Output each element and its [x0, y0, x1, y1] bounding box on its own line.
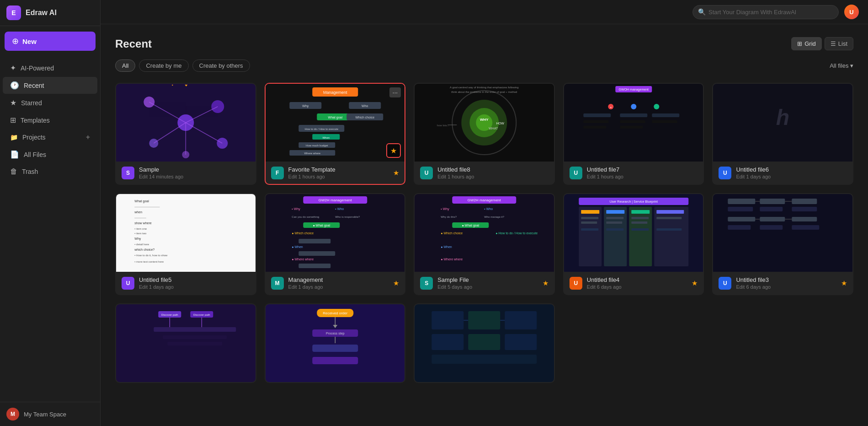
svg-rect-151	[431, 311, 463, 329]
svg-text:How to do / How to execute: How to do / How to execute	[304, 128, 338, 130]
search-icon: 🔍	[698, 8, 706, 16]
file-time: Edit 1 days ago	[288, 284, 389, 290]
svg-rect-148	[312, 345, 358, 352]
svg-rect-127	[792, 225, 820, 230]
file-card-info: UUntitled file5Edit 1 days ago	[116, 272, 256, 294]
sidebar-item-trash[interactable]: 🗑 Trash	[3, 163, 97, 180]
team-avatar: M	[6, 408, 19, 421]
svg-rect-49	[620, 113, 647, 117]
list-view-button[interactable]: ☰ List	[825, 37, 853, 50]
file-card[interactable]: Management Why Who What goal Which choic…	[265, 83, 406, 185]
svg-text:● How to do / How to execute: ● How to do / How to execute	[495, 232, 538, 235]
file-star-button[interactable]: ★	[386, 143, 401, 158]
svg-text:How much budget: How much budget	[306, 144, 328, 147]
file-avatar: U	[719, 277, 731, 290]
files-grid: ···SSampleEdit 14 minutes ago Management…	[115, 83, 853, 383]
svg-rect-104	[656, 210, 684, 214]
file-card[interactable]: ···UUntitled file3Edit 6 days ago★	[712, 193, 853, 295]
filter-create-by-others[interactable]: Create by others	[192, 59, 250, 72]
sidebar: E Edraw AI ⊕ New ✦ AI-Powered 🕐 Recent ★…	[0, 0, 101, 426]
svg-text:think about the problems in th: think about the problems in the order of…	[451, 91, 517, 93]
team-name: My Team Space	[24, 411, 66, 418]
svg-text:Discover path: Discover path	[193, 313, 210, 316]
svg-rect-120	[792, 199, 817, 204]
file-card[interactable]: h ···UUntitled file6Edit 1 days ago	[712, 83, 853, 185]
file-star-indicator: ★	[543, 279, 548, 287]
svg-text:● Which choice: ● Which choice	[292, 232, 314, 235]
file-card[interactable]: GW2H management • Why • Who Why do this?…	[414, 193, 555, 295]
svg-text:Can you do something: Can you do something	[292, 216, 319, 218]
sidebar-item-recent[interactable]: 🕐 Recent	[3, 77, 97, 94]
new-button[interactable]: ⊕ New	[5, 32, 96, 51]
svg-line-8	[154, 123, 186, 143]
file-card[interactable]: ···	[414, 303, 555, 383]
svg-rect-139	[163, 335, 227, 339]
sidebar-item-templates[interactable]: ⊞ Templates	[3, 112, 97, 129]
filter-bar: All Create by me Create by others All fi…	[115, 59, 853, 72]
svg-rect-126	[760, 225, 783, 230]
templates-icon: ⊞	[10, 116, 16, 124]
file-card-info: SSample FileEdit 5 days ago★	[415, 272, 554, 294]
file-card[interactable]: User Research | Service Blueprint ···UUn…	[563, 193, 704, 295]
sidebar-item-ai-powered[interactable]: ✦ AI-Powered	[3, 59, 97, 76]
ai-icon: ✦	[10, 64, 16, 72]
user-avatar[interactable]: U	[844, 5, 859, 19]
svg-rect-112	[581, 228, 598, 231]
file-avatar: U	[420, 167, 433, 179]
svg-text:Received order: Received order	[323, 311, 348, 315]
svg-rect-50	[652, 113, 679, 117]
sidebar-item-label: Starred	[21, 99, 42, 107]
search-input[interactable]	[692, 5, 839, 19]
file-name: Untitled file3	[736, 276, 836, 283]
file-card-info: SSampleEdit 14 minutes ago	[116, 162, 256, 184]
svg-rect-119	[760, 207, 783, 211]
filter-all[interactable]: All	[115, 59, 135, 72]
svg-rect-121	[792, 207, 817, 211]
svg-text:Who: Who	[362, 104, 368, 108]
file-thumbnail: WHY HOW WHAT A goal-centred way of think…	[415, 84, 554, 162]
grid-view-button[interactable]: ⊞ Grid	[791, 37, 822, 50]
svg-line-9	[186, 123, 222, 143]
svg-text:• Why: • Why	[292, 207, 300, 211]
file-name: Untitled file7	[587, 166, 698, 173]
file-card[interactable]: ···SSampleEdit 14 minutes ago	[115, 83, 256, 185]
sidebar-footer[interactable]: M My Team Space	[0, 402, 100, 426]
file-card[interactable]: What goal ───────────── when ────── show…	[115, 193, 256, 295]
file-name: Sample File	[437, 276, 538, 283]
svg-rect-109	[581, 221, 597, 224]
svg-rect-48	[583, 113, 611, 117]
svg-rect-110	[606, 221, 622, 224]
sidebar-item-starred[interactable]: ★ Starred	[3, 94, 97, 111]
sidebar-item-all-files[interactable]: 📄 All Files	[3, 146, 97, 163]
svg-point-46	[654, 104, 659, 109]
file-avatar: U	[570, 277, 582, 290]
file-card[interactable]: GWOH management ● ···UUntitled file7Edit…	[563, 83, 704, 185]
topbar: 🔍 U	[101, 0, 868, 24]
svg-rect-108	[656, 217, 682, 219]
file-avatar: U	[719, 167, 731, 179]
svg-text:• Why: • Why	[441, 207, 449, 211]
file-time: Edit 1 days ago	[736, 174, 847, 179]
svg-rect-51	[583, 120, 608, 123]
file-avatar: M	[271, 277, 284, 290]
svg-text:which choice?: which choice?	[134, 248, 154, 251]
file-card[interactable]: Received order Process step ···	[265, 303, 406, 383]
file-card[interactable]: Discover path Discover path ···	[115, 303, 256, 383]
svg-text:• Who: • Who	[484, 207, 493, 210]
svg-text:WHY: WHY	[480, 118, 489, 122]
file-card[interactable]: WHY HOW WHAT A goal-centred way of think…	[414, 83, 555, 185]
file-card-info: UUntitled file3Edit 6 days ago★	[713, 272, 852, 294]
svg-rect-102	[606, 210, 624, 214]
grid-icon: ⊞	[797, 40, 802, 47]
svg-rect-99	[629, 207, 652, 266]
filter-create-by-me[interactable]: Create by me	[139, 59, 188, 72]
add-project-icon[interactable]: +	[86, 133, 90, 141]
sidebar-item-projects[interactable]: 📁 Projects +	[3, 129, 97, 146]
svg-text:• item two: • item two	[134, 232, 147, 235]
svg-line-7	[186, 107, 218, 123]
file-name: Untitled file5	[139, 276, 250, 283]
files-dropdown[interactable]: All files ▾	[830, 62, 853, 69]
file-card[interactable]: GW2H management • Why • Who Can you do s…	[265, 193, 406, 295]
svg-rect-107	[631, 217, 649, 219]
file-more-button[interactable]: ···	[389, 87, 401, 97]
